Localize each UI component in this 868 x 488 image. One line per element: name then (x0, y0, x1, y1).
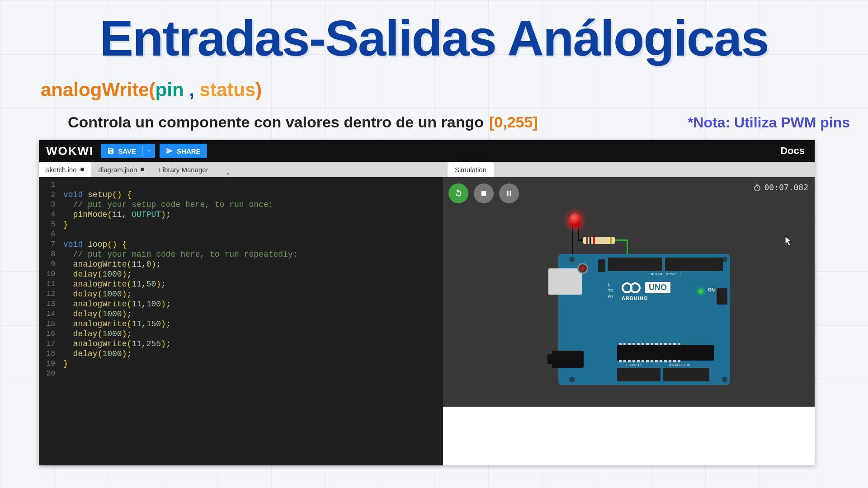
tab-diagram-json[interactable]: diagram.json (91, 162, 152, 177)
arduino-text: ARDUINO (622, 296, 648, 301)
circuit-diagram[interactable]: DIGITAL (PWM ~) POWER ANALOG IN L TX RX (542, 213, 741, 403)
digital-header[interactable] (665, 258, 723, 271)
code-line[interactable]: 20 (39, 369, 443, 379)
code-line[interactable]: 6 (39, 230, 443, 239)
uno-badge: UNO (645, 282, 670, 293)
code-line[interactable]: 13 analogWrite(11,100); (39, 299, 443, 309)
description-row: Controla un componente con valores dentr… (0, 113, 868, 131)
code-text: void loop() { (63, 239, 127, 249)
code-line[interactable]: 1 (39, 180, 443, 190)
code-line[interactable]: 2void setup() { (39, 190, 443, 200)
code-line[interactable]: 18 delay(1000); (39, 349, 443, 359)
restart-button[interactable] (448, 183, 468, 203)
code-line[interactable]: 15 analogWrite(11,150); (39, 319, 443, 329)
cursor-icon (785, 236, 793, 249)
resistor-band (593, 237, 595, 244)
ide-toolbar: WOKWI SAVE SHARE Docs (39, 140, 815, 162)
editor-tabs: sketch.ino diagram.json Library Manager (39, 162, 443, 177)
code-text: analogWrite(11,100); (63, 299, 171, 309)
code-line[interactable]: 19} (39, 359, 443, 369)
timer-value: 00:07.082 (764, 183, 808, 192)
code-line[interactable]: 3 // put your setup code here, to run on… (39, 200, 443, 210)
docs-link[interactable]: Docs (780, 145, 805, 157)
code-line[interactable]: 12 delay(1000); (39, 289, 443, 299)
led-dome (570, 213, 580, 227)
pause-icon (505, 189, 513, 197)
pause-button[interactable] (499, 183, 519, 203)
barrel-jack (552, 351, 584, 368)
analog-in-label: ANALOG IN (669, 363, 691, 367)
stopwatch-icon (753, 183, 761, 192)
code-text: } (63, 359, 68, 369)
stop-button[interactable] (474, 183, 494, 203)
reset-button[interactable] (577, 263, 588, 274)
code-text: delay(1000); (63, 329, 132, 339)
line-number: 10 (39, 269, 63, 279)
code-line[interactable]: 16 delay(1000); (39, 329, 443, 339)
syntax-fn: analogWrite( (41, 79, 156, 100)
resistor-band (610, 237, 612, 244)
stop-icon (480, 189, 488, 197)
code-text: delay(1000); (63, 309, 132, 319)
save-dropdown-button[interactable] (142, 144, 155, 158)
tabs-overflow-button[interactable] (225, 171, 231, 177)
tab-library-manager[interactable]: Library Manager (151, 162, 215, 177)
tab-sketch-ino[interactable]: sketch.ino (39, 162, 91, 177)
simulation-pane: Simulation 00:07.082 (443, 162, 815, 465)
digital-header[interactable] (608, 258, 662, 271)
share-button-label: SHARE (177, 147, 201, 155)
code-line[interactable]: 7void loop() { (39, 239, 443, 249)
code-line[interactable]: 9 analogWrite(11,0); (39, 259, 443, 269)
tab-simulation[interactable]: Simulation (448, 162, 494, 177)
code-text: // put your main code here, to run repea… (63, 249, 298, 259)
mount-hole (569, 257, 575, 262)
line-number: 6 (39, 230, 63, 239)
svg-rect-2 (510, 191, 511, 196)
line-number: 3 (39, 200, 63, 210)
code-line[interactable]: 17 analogWrite(11,255); (39, 339, 443, 349)
svg-rect-0 (481, 191, 486, 196)
code-line[interactable]: 11 analogWrite(11,50); (39, 279, 443, 289)
brand-logo[interactable]: WOKWI (46, 144, 94, 158)
line-number: 20 (39, 369, 63, 379)
analog-header[interactable] (663, 368, 709, 381)
resistor-band (590, 237, 591, 244)
line-number: 11 (39, 279, 63, 289)
code-line[interactable]: 8 // put your main code here, to run rep… (39, 249, 443, 259)
line-number: 2 (39, 190, 63, 200)
code-line[interactable]: 10 delay(1000); (39, 269, 443, 279)
line-number: 4 (39, 210, 63, 220)
line-number: 1 (39, 180, 63, 190)
wire (614, 239, 627, 241)
on-label: ON (708, 287, 715, 292)
power-label: POWER (626, 363, 641, 367)
icsp2-header (717, 288, 727, 305)
line-number: 13 (39, 299, 63, 309)
line-number: 19 (39, 359, 63, 369)
power-header[interactable] (617, 368, 660, 381)
save-button[interactable]: SAVE (101, 144, 142, 158)
code-line[interactable]: 4 pinMode(11, OUTPUT); (39, 210, 443, 220)
chevron-down-icon (225, 171, 231, 177)
wire (578, 227, 579, 240)
code-text: pinMode(11, OUTPUT); (63, 210, 171, 220)
code-text: delay(1000); (63, 269, 132, 279)
code-line[interactable]: 5} (39, 220, 443, 230)
sim-viewport[interactable]: 00:07.082 (443, 177, 815, 465)
code-text: // put your setup code here, to run once… (63, 200, 273, 210)
syntax-pin: pin (156, 79, 184, 100)
code-editor[interactable]: 12void setup() {3 // put your setup code… (39, 177, 443, 465)
syntax-line: analogWrite(pin , status) (41, 79, 868, 101)
line-number: 7 (39, 239, 63, 249)
sim-tabs: Simulation (443, 162, 815, 177)
share-button[interactable]: SHARE (160, 144, 207, 158)
note-text: *Nota: Utiliza PWM pins (688, 114, 850, 131)
tx-rx-labels: L TX RX (608, 281, 614, 300)
led-component[interactable] (570, 213, 580, 227)
unsaved-dot-icon (141, 168, 144, 171)
code-line[interactable]: 14 delay(1000); (39, 309, 443, 319)
syntax-status: status (200, 79, 256, 100)
resistor-component[interactable] (583, 237, 615, 244)
arduino-uno-board[interactable]: DIGITAL (PWM ~) POWER ANALOG IN L TX RX (558, 254, 730, 385)
syntax-comma: , (184, 79, 200, 100)
